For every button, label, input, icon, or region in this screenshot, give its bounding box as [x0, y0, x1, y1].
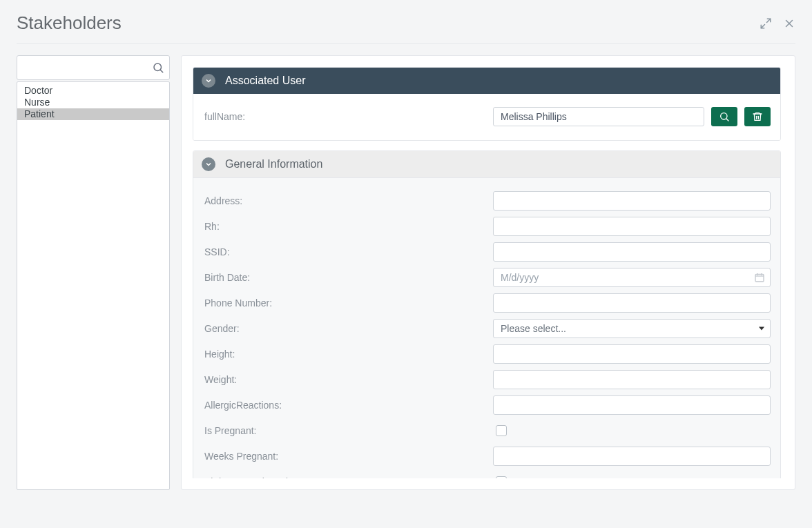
select-gender-value: Please select...	[501, 323, 566, 334]
row-weeks-pregnant: Weeks Pregnant:	[203, 443, 771, 469]
section-associated-user: Associated User fullName:	[193, 67, 781, 141]
row-rh: Rh:	[203, 213, 771, 239]
window-controls	[760, 17, 795, 30]
row-fullname: fullName:	[203, 104, 771, 129]
sidebar-item-doctor[interactable]: Doctor	[17, 85, 169, 97]
label-ssid: SSID:	[203, 246, 493, 257]
row-birth-type-selected: Birth Type Selected:	[203, 469, 771, 478]
label-is-pregnant: Is Pregnant:	[203, 425, 493, 436]
close-icon[interactable]	[783, 17, 795, 30]
row-address: Address:	[203, 188, 771, 213]
row-height: Height:	[203, 341, 771, 366]
sidebar: Doctor Nurse Patient	[17, 55, 170, 490]
row-gender: Gender: Please select...	[203, 315, 771, 341]
section-general-info-header[interactable]: General Information	[193, 151, 780, 177]
sidebar-item-patient[interactable]: Patient	[17, 108, 169, 120]
row-weight: Weight:	[203, 366, 771, 392]
label-allergic-reactions: AllergicReactions:	[203, 400, 493, 411]
sidebar-search-input[interactable]	[17, 55, 170, 80]
label-birth-date: Birth Date:	[203, 272, 493, 283]
titlebar: Stakeholders	[17, 12, 795, 44]
input-ssid[interactable]	[493, 242, 771, 262]
input-rh[interactable]	[493, 217, 771, 236]
input-weeks-pregnant[interactable]	[493, 447, 771, 466]
section-general-info-title: General Information	[225, 158, 322, 170]
input-height[interactable]	[493, 344, 771, 364]
section-general-info: General Information Address: Rh: SSID:	[193, 150, 781, 478]
section-associated-user-header[interactable]: Associated User	[193, 68, 780, 94]
label-gender: Gender:	[203, 323, 493, 334]
chevron-down-icon	[202, 74, 215, 88]
input-weight[interactable]	[493, 370, 771, 389]
section-general-info-body: Address: Rh: SSID: Birth Date:	[193, 177, 780, 478]
label-birth-type-selected: Birth Type Selected:	[203, 476, 493, 479]
row-ssid: SSID:	[203, 239, 771, 264]
row-birth-date: Birth Date:	[203, 264, 771, 290]
caret-down-icon	[759, 326, 764, 330]
chevron-down-icon	[202, 157, 215, 171]
main-scroll[interactable]: Associated User fullName:	[193, 67, 789, 478]
input-address[interactable]	[493, 191, 771, 211]
row-phone-number: Phone Number:	[203, 290, 771, 315]
search-icon[interactable]	[152, 61, 164, 74]
row-is-pregnant: Is Pregnant:	[203, 418, 771, 443]
row-allergic-reactions: AllergicReactions:	[203, 392, 771, 418]
section-associated-user-title: Associated User	[225, 75, 306, 87]
select-gender[interactable]: Please select...	[493, 319, 771, 338]
sidebar-item-nurse[interactable]: Nurse	[17, 97, 169, 108]
label-fullname: fullName:	[203, 111, 493, 122]
input-allergic-reactions[interactable]	[493, 395, 771, 415]
body: Doctor Nurse Patient Associated User	[17, 55, 795, 490]
input-birth-date[interactable]	[493, 268, 771, 287]
label-phone-number: Phone Number:	[203, 297, 493, 309]
lookup-user-button[interactable]	[711, 107, 737, 126]
sidebar-tree: Doctor Nurse Patient	[17, 81, 170, 490]
label-weeks-pregnant: Weeks Pregnant:	[203, 451, 493, 462]
expand-icon[interactable]	[760, 17, 772, 30]
svg-rect-2	[755, 274, 764, 282]
checkbox-birth-type-selected[interactable]	[496, 476, 507, 479]
modal-window: Stakeholders	[0, 0, 812, 528]
input-phone-number[interactable]	[493, 293, 771, 313]
section-associated-user-body: fullName:	[193, 94, 780, 140]
label-address: Address:	[203, 195, 493, 206]
clear-user-button[interactable]	[744, 107, 771, 126]
label-weight: Weight:	[203, 374, 493, 385]
checkbox-is-pregnant[interactable]	[496, 425, 507, 436]
calendar-icon[interactable]	[754, 272, 765, 283]
label-rh: Rh:	[203, 221, 493, 232]
input-fullname[interactable]	[493, 107, 704, 126]
page-title: Stakeholders	[17, 12, 122, 34]
label-height: Height:	[203, 349, 493, 360]
main-panel: Associated User fullName:	[181, 55, 795, 490]
sidebar-search	[17, 55, 170, 80]
